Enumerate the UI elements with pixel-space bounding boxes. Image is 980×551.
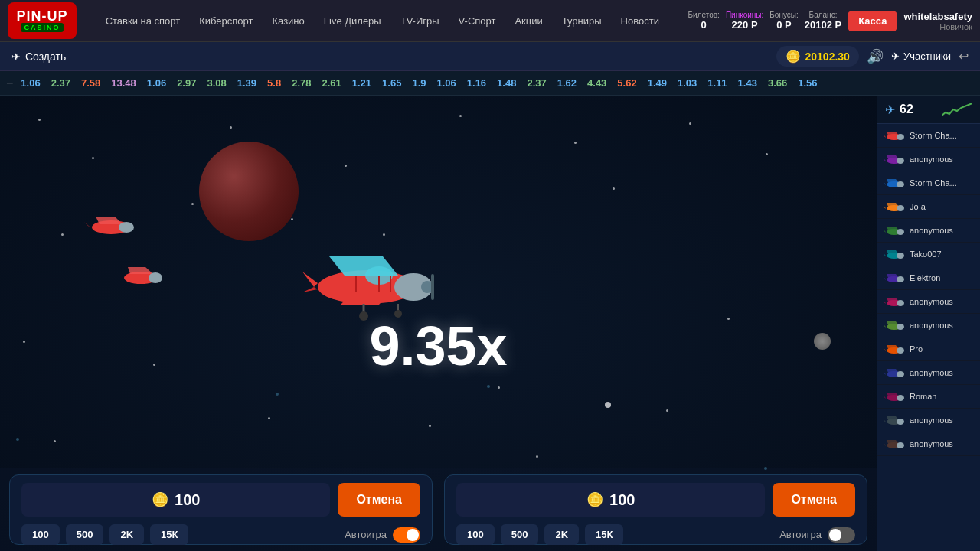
sound-button[interactable]: 🔊: [867, 48, 884, 65]
svg-marker-35: [884, 182, 886, 185]
sidebar-player-item[interactable]: Storm Cha...: [877, 171, 980, 195]
svg-marker-59: [884, 324, 886, 328]
create-label: Создать: [25, 51, 66, 63]
player-name: anonymous: [910, 155, 953, 164]
bet-amount-box-2[interactable]: 🪙100: [456, 483, 765, 517]
player-plane-icon: [884, 223, 905, 237]
svg-marker-57: [887, 321, 899, 325]
quick-bet-button[interactable]: 100: [456, 524, 495, 545]
svg-marker-55: [884, 301, 886, 304]
tickets-value: 0: [701, 19, 707, 31]
player-plane-icon: [884, 318, 905, 332]
balance-value: 20102 Р: [805, 19, 841, 31]
bet-amount-box-1[interactable]: 🪙100: [21, 483, 330, 517]
nav-link[interactable]: Ставки на спорт: [98, 12, 188, 30]
nav-links: Ставки на спортКиберспортКазиноLive Диле…: [84, 12, 681, 30]
quick-bet-button[interactable]: 100: [21, 524, 60, 545]
sidebar-player-item[interactable]: anonymous: [877, 314, 980, 337]
auto-toggle-2[interactable]: [828, 527, 855, 543]
ticker-value: 13.48: [111, 77, 136, 89]
mini-chart: [942, 102, 972, 117]
sidebar-player-item[interactable]: Storm Cha...: [877, 124, 980, 148]
ticker-value: 2.37: [527, 77, 546, 89]
nav-link[interactable]: Live Дилеры: [316, 12, 389, 30]
pink-label: Пинкоины:: [726, 11, 763, 19]
nav-link[interactable]: TV-Игры: [393, 12, 447, 30]
quick-bet-button[interactable]: 500: [66, 524, 104, 545]
history-button[interactable]: ↩: [959, 49, 969, 64]
nav-link[interactable]: V-Спорт: [451, 12, 504, 30]
svg-marker-23: [119, 272, 124, 278]
svg-marker-47: [884, 253, 886, 256]
sidebar-player-item[interactable]: anonymous: [877, 219, 980, 243]
nav-link[interactable]: Киберспорт: [191, 12, 260, 30]
sidebar-player-item[interactable]: anonymous: [877, 432, 980, 456]
ticker-value: 7.58: [81, 77, 100, 89]
player-plane-icon: [884, 342, 905, 356]
ticker-value: 1.06: [436, 77, 456, 89]
sidebar-plane-icon: ✈: [885, 103, 895, 117]
quick-bet-button[interactable]: 15К: [585, 524, 623, 545]
sidebar-player-item[interactable]: Tako007: [877, 243, 980, 266]
svg-point-18: [119, 222, 134, 233]
sidebar-player-item[interactable]: anonymous: [877, 148, 980, 171]
ticker-value: 1.06: [21, 77, 40, 89]
coin-balance-value: 20102.30: [805, 51, 849, 63]
ticker-value: 4.43: [587, 77, 606, 89]
nav-link[interactable]: Казино: [264, 12, 312, 30]
quick-bet-button[interactable]: 2K: [544, 524, 579, 545]
svg-marker-19: [84, 222, 90, 227]
user-box: whitelabsafety Новичок: [903, 11, 972, 31]
ticker-value: 1.56: [798, 77, 817, 89]
player-name: Elektron: [910, 273, 940, 282]
svg-point-34: [897, 181, 904, 187]
star: [536, 455, 538, 458]
svg-point-62: [897, 347, 904, 354]
ticker-value: 1.06: [147, 77, 166, 89]
kassa-button[interactable]: Касса: [848, 11, 897, 31]
balance-stat: Баланс: 20102 Р: [805, 11, 841, 31]
create-button[interactable]: ✈ Создать: [11, 51, 66, 63]
ticker-value: 1.49: [648, 77, 667, 89]
sidebar-player-item[interactable]: Jo a: [877, 195, 980, 219]
logo[interactable]: PIN-UP CASINO: [8, 2, 77, 39]
ticker-value: 2.37: [51, 77, 70, 89]
quick-bet-button[interactable]: 500: [501, 524, 539, 545]
player-plane-icon: [884, 152, 905, 166]
star: [689, 122, 691, 125]
auto-toggle-1[interactable]: [393, 527, 420, 543]
svg-point-58: [897, 324, 904, 330]
bet-amount-text: 100: [175, 491, 200, 509]
quick-bet-button[interactable]: 15К: [150, 524, 188, 545]
svg-marker-79: [884, 443, 886, 446]
ticker-minus[interactable]: −: [6, 77, 13, 90]
sub-header: ✈ Создать 🪙 20102.30 🔊 ✈ Участники ↩: [0, 42, 980, 71]
sidebar-player-item[interactable]: Roman: [877, 385, 980, 409]
svg-point-54: [897, 300, 904, 306]
bet-bottom-1: 1005002K15КАвтоигра: [21, 524, 420, 545]
sidebar-player-item[interactable]: Elektron: [877, 266, 980, 290]
svg-marker-67: [884, 372, 886, 375]
participants-button[interactable]: ✈ Участники: [891, 51, 951, 62]
star: [345, 165, 347, 167]
player-name: anonymous: [910, 226, 953, 235]
sidebar-player-item[interactable]: anonymous: [877, 361, 980, 385]
nav-link[interactable]: Акции: [507, 12, 550, 30]
player-name: Roman: [910, 392, 936, 401]
player-plane-icon: [884, 176, 905, 190]
nav-link[interactable]: Турниры: [554, 12, 609, 30]
ticker-value: 1.62: [557, 77, 577, 89]
game-area[interactable]: 9.35x 🪙100Отмена1005002K15КАвтоигра🪙100О…: [0, 96, 877, 551]
nav-link[interactable]: Новости: [613, 12, 667, 30]
quick-bet-button[interactable]: 2K: [109, 524, 144, 545]
sidebar-player-item[interactable]: Pro: [877, 337, 980, 361]
sidebar-player-item[interactable]: anonymous: [877, 409, 980, 432]
cancel-button-1[interactable]: Отмена: [338, 483, 420, 517]
ticker-value: 5.8: [267, 77, 281, 89]
star: [268, 417, 270, 419]
svg-marker-41: [887, 227, 899, 230]
sidebar-player-item[interactable]: anonymous: [877, 290, 980, 314]
cancel-button-2[interactable]: Отмена: [773, 483, 855, 517]
ticker-value: 1.9: [412, 77, 426, 89]
top-right: Билетов: 0 Пинкоины: 220 Р Бонусы: 0 Р Б…: [688, 11, 972, 31]
